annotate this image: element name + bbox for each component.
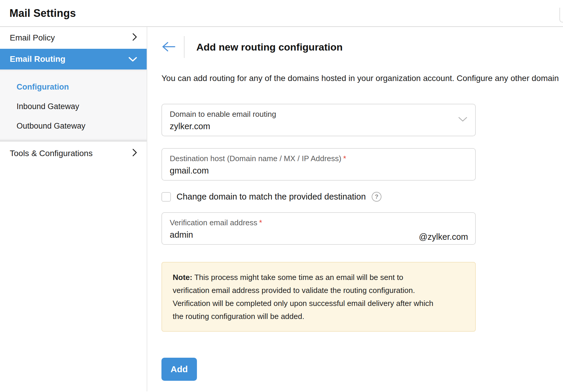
sidebar-item-label: Email Routing xyxy=(10,54,65,64)
arrow-left-icon xyxy=(161,41,176,53)
help-icon[interactable]: ? xyxy=(372,192,381,202)
note-line: Note: This process might take some time … xyxy=(173,271,465,284)
title-divider xyxy=(184,36,185,58)
cutoff-element-fragment xyxy=(559,8,563,22)
page-title-row: Add new routing configuration xyxy=(161,36,563,58)
help-glyph: ? xyxy=(375,193,378,200)
destination-host-field[interactable]: Destination host (Domain name / MX / IP … xyxy=(161,148,476,181)
email-domain-suffix: @zylker.com xyxy=(419,232,468,242)
email-routing-submenu: Configuration Inbound Gateway Outbound G… xyxy=(0,69,147,142)
note-line: Verification will be completed only upon… xyxy=(173,297,465,310)
field-label: Domain to enable email routing xyxy=(170,110,467,119)
note-text: This process might take some time as an … xyxy=(194,273,403,282)
field-label-text: Destination host (Domain name / MX / IP … xyxy=(170,154,341,163)
note-box: Note: This process might take some time … xyxy=(161,262,476,332)
field-label: Verification email address* xyxy=(170,218,467,227)
verification-email-field[interactable]: Verification email address* admin @zylke… xyxy=(161,212,476,245)
submenu-item-label: Configuration xyxy=(17,82,69,92)
main-layout: Email Policy Email Routing Configuration… xyxy=(0,27,563,391)
app-header: Mail Settings xyxy=(0,0,563,27)
back-button[interactable] xyxy=(161,41,176,53)
field-value: zylker.com xyxy=(170,122,467,131)
checkbox-label: Change domain to match the provided dest… xyxy=(177,192,366,202)
chevron-right-icon xyxy=(132,33,137,43)
note-line: the routing configuration will be added. xyxy=(173,310,465,323)
domain-select-field[interactable]: Domain to enable email routing zylker.co… xyxy=(161,104,476,136)
add-button[interactable]: Add xyxy=(161,358,197,381)
change-domain-checkbox[interactable] xyxy=(161,192,171,202)
sidebar-item-label: Tools & Configurations xyxy=(10,149,93,158)
note-line: verification email address provided to v… xyxy=(173,284,465,297)
note-label: Note: xyxy=(173,273,192,282)
sidebar-item-email-policy[interactable]: Email Policy xyxy=(0,27,147,49)
page-title: Add new routing configuration xyxy=(196,41,343,53)
submenu-item-outbound-gateway[interactable]: Outbound Gateway xyxy=(0,116,147,136)
field-label: Destination host (Domain name / MX / IP … xyxy=(170,154,467,163)
sidebar-item-label: Email Policy xyxy=(10,33,55,43)
submenu-item-configuration[interactable]: Configuration xyxy=(0,77,147,97)
chevron-right-icon xyxy=(132,148,137,159)
required-mark: * xyxy=(259,218,262,227)
field-value: gmail.com xyxy=(170,166,467,175)
submenu-item-inbound-gateway[interactable]: Inbound Gateway xyxy=(0,97,147,116)
change-domain-option-row: Change domain to match the provided dest… xyxy=(161,192,563,202)
page-description: You can add routing for any of the domai… xyxy=(161,73,563,84)
required-mark: * xyxy=(343,154,346,163)
submenu-item-label: Inbound Gateway xyxy=(17,102,79,111)
app-title: Mail Settings xyxy=(9,7,76,20)
submenu-item-label: Outbound Gateway xyxy=(17,122,85,131)
settings-sidebar: Email Policy Email Routing Configuration… xyxy=(0,27,147,391)
content-area: Add new routing configuration You can ad… xyxy=(147,27,563,391)
chevron-down-icon xyxy=(128,54,137,64)
field-label-text: Verification email address xyxy=(170,218,257,227)
chevron-down-icon[interactable] xyxy=(458,117,467,124)
sidebar-item-email-routing[interactable]: Email Routing xyxy=(0,49,147,69)
sidebar-item-tools-configurations[interactable]: Tools & Configurations xyxy=(0,142,147,165)
